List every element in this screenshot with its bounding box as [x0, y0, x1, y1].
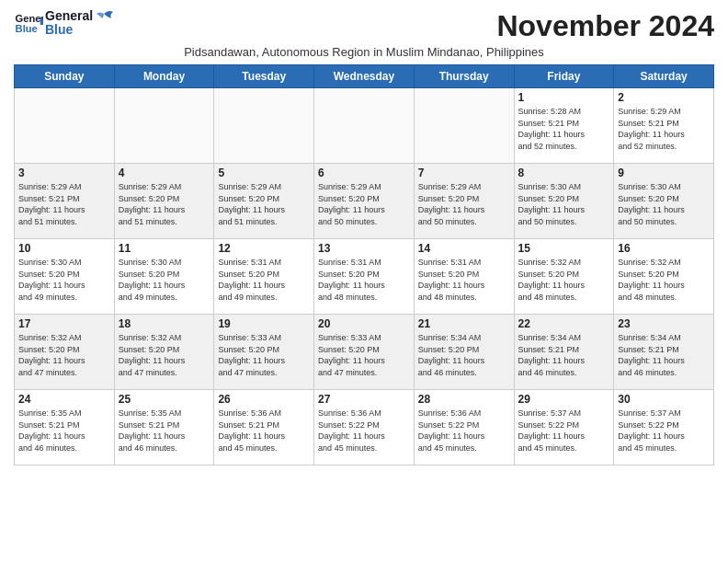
day-number: 21: [418, 317, 510, 330]
calendar-cell: 13Sunrise: 5:31 AM Sunset: 5:20 PM Dayli…: [314, 239, 415, 315]
calendar-cell: 3Sunrise: 5:29 AM Sunset: 5:21 PM Daylig…: [15, 164, 115, 239]
day-number: 9: [618, 167, 710, 179]
weekday-tuesday: Tuesday: [214, 65, 314, 88]
weekday-thursday: Thursday: [414, 65, 514, 88]
subtitle: Pidsandawan, Autonomous Region in Muslim…: [14, 45, 714, 59]
week-row-3: 10Sunrise: 5:30 AM Sunset: 5:20 PM Dayli…: [15, 239, 714, 315]
week-row-1: 1Sunrise: 5:28 AM Sunset: 5:21 PM Daylig…: [15, 88, 714, 164]
day-number: 10: [18, 242, 110, 255]
calendar-cell: 14Sunrise: 5:31 AM Sunset: 5:20 PM Dayli…: [414, 239, 514, 315]
calendar-cell: [214, 88, 314, 164]
cell-info: Sunrise: 5:29 AM Sunset: 5:20 PM Dayligh…: [119, 181, 210, 227]
day-number: 3: [18, 167, 110, 179]
cell-info: Sunrise: 5:36 AM Sunset: 5:21 PM Dayligh…: [218, 408, 310, 454]
calendar-cell: 18Sunrise: 5:32 AM Sunset: 5:20 PM Dayli…: [114, 315, 214, 390]
day-number: 23: [618, 317, 710, 330]
day-number: 6: [318, 167, 410, 179]
calendar-cell: 19Sunrise: 5:33 AM Sunset: 5:20 PM Dayli…: [214, 315, 314, 390]
calendar-cell: 29Sunrise: 5:37 AM Sunset: 5:22 PM Dayli…: [514, 390, 614, 465]
cell-info: Sunrise: 5:35 AM Sunset: 5:21 PM Dayligh…: [18, 408, 110, 454]
cell-info: Sunrise: 5:32 AM Sunset: 5:20 PM Dayligh…: [518, 257, 610, 303]
day-number: 26: [218, 393, 310, 406]
cell-info: Sunrise: 5:37 AM Sunset: 5:22 PM Dayligh…: [618, 408, 710, 454]
calendar-cell: 27Sunrise: 5:36 AM Sunset: 5:22 PM Dayli…: [314, 390, 415, 465]
day-number: 12: [218, 242, 310, 255]
day-number: 5: [218, 167, 310, 179]
day-number: 25: [119, 393, 210, 406]
logo: General Blue General Blue: [14, 9, 115, 38]
day-number: 1: [518, 91, 610, 104]
day-number: 8: [518, 167, 610, 179]
cell-info: Sunrise: 5:34 AM Sunset: 5:20 PM Dayligh…: [418, 332, 510, 378]
calendar-table: SundayMondayTuesdayWednesdayThursdayFrid…: [14, 64, 714, 465]
day-number: 13: [318, 242, 410, 255]
day-number: 7: [418, 167, 510, 179]
weekday-friday: Friday: [514, 65, 614, 88]
day-number: 27: [318, 393, 410, 406]
cell-info: Sunrise: 5:29 AM Sunset: 5:21 PM Dayligh…: [618, 106, 710, 152]
cell-info: Sunrise: 5:36 AM Sunset: 5:22 PM Dayligh…: [418, 408, 510, 454]
day-number: 11: [119, 242, 210, 255]
calendar-cell: 2Sunrise: 5:29 AM Sunset: 5:21 PM Daylig…: [614, 88, 714, 164]
logo-general: General: [45, 9, 93, 23]
cell-info: Sunrise: 5:33 AM Sunset: 5:20 PM Dayligh…: [318, 332, 410, 378]
calendar-cell: 30Sunrise: 5:37 AM Sunset: 5:22 PM Dayli…: [614, 390, 714, 465]
weekday-sunday: Sunday: [15, 65, 115, 88]
day-number: 14: [418, 242, 510, 255]
cell-info: Sunrise: 5:30 AM Sunset: 5:20 PM Dayligh…: [119, 257, 210, 303]
cell-info: Sunrise: 5:34 AM Sunset: 5:21 PM Dayligh…: [518, 332, 610, 378]
week-row-5: 24Sunrise: 5:35 AM Sunset: 5:21 PM Dayli…: [15, 390, 714, 465]
day-number: 28: [418, 393, 510, 406]
calendar-cell: 1Sunrise: 5:28 AM Sunset: 5:21 PM Daylig…: [514, 88, 614, 164]
calendar-page: General Blue General Blue November 2024 …: [0, 0, 728, 475]
calendar-cell: 28Sunrise: 5:36 AM Sunset: 5:22 PM Dayli…: [414, 390, 514, 465]
cell-info: Sunrise: 5:31 AM Sunset: 5:20 PM Dayligh…: [418, 257, 510, 303]
cell-info: Sunrise: 5:32 AM Sunset: 5:20 PM Dayligh…: [119, 332, 210, 378]
day-number: 18: [119, 317, 210, 330]
day-number: 29: [518, 393, 610, 406]
cell-info: Sunrise: 5:37 AM Sunset: 5:22 PM Dayligh…: [518, 408, 610, 454]
day-number: 22: [518, 317, 610, 330]
cell-info: Sunrise: 5:29 AM Sunset: 5:20 PM Dayligh…: [418, 181, 510, 227]
svg-text:General: General: [16, 13, 43, 24]
day-number: 15: [518, 242, 610, 255]
weekday-wednesday: Wednesday: [314, 65, 415, 88]
calendar-cell: 15Sunrise: 5:32 AM Sunset: 5:20 PM Dayli…: [514, 239, 614, 315]
day-number: 17: [18, 317, 110, 330]
calendar-cell: 21Sunrise: 5:34 AM Sunset: 5:20 PM Dayli…: [414, 315, 514, 390]
calendar-cell: 9Sunrise: 5:30 AM Sunset: 5:20 PM Daylig…: [614, 164, 714, 239]
logo-blue: Blue: [45, 23, 93, 37]
cell-info: Sunrise: 5:30 AM Sunset: 5:20 PM Dayligh…: [618, 181, 710, 227]
week-row-4: 17Sunrise: 5:32 AM Sunset: 5:20 PM Dayli…: [15, 315, 714, 390]
calendar-cell: 10Sunrise: 5:30 AM Sunset: 5:20 PM Dayli…: [15, 239, 115, 315]
calendar-cell: 20Sunrise: 5:33 AM Sunset: 5:20 PM Dayli…: [314, 315, 415, 390]
calendar-cell: 4Sunrise: 5:29 AM Sunset: 5:20 PM Daylig…: [114, 164, 214, 239]
cell-info: Sunrise: 5:29 AM Sunset: 5:21 PM Dayligh…: [18, 181, 110, 227]
calendar-cell: 7Sunrise: 5:29 AM Sunset: 5:20 PM Daylig…: [414, 164, 514, 239]
cell-info: Sunrise: 5:28 AM Sunset: 5:21 PM Dayligh…: [518, 106, 610, 152]
week-row-2: 3Sunrise: 5:29 AM Sunset: 5:21 PM Daylig…: [15, 164, 714, 239]
cell-info: Sunrise: 5:33 AM Sunset: 5:20 PM Dayligh…: [218, 332, 310, 378]
weekday-saturday: Saturday: [614, 65, 714, 88]
calendar-cell: 24Sunrise: 5:35 AM Sunset: 5:21 PM Dayli…: [15, 390, 115, 465]
calendar-cell: 12Sunrise: 5:31 AM Sunset: 5:20 PM Dayli…: [214, 239, 314, 315]
day-number: 20: [318, 317, 410, 330]
day-number: 16: [618, 242, 710, 255]
day-number: 30: [618, 393, 710, 406]
calendar-cell: [15, 88, 115, 164]
svg-text:Blue: Blue: [16, 23, 38, 34]
weekday-monday: Monday: [114, 65, 214, 88]
cell-info: Sunrise: 5:29 AM Sunset: 5:20 PM Dayligh…: [318, 181, 410, 227]
day-number: 24: [18, 393, 110, 406]
cell-info: Sunrise: 5:31 AM Sunset: 5:20 PM Dayligh…: [218, 257, 310, 303]
cell-info: Sunrise: 5:31 AM Sunset: 5:20 PM Dayligh…: [318, 257, 410, 303]
calendar-cell: 6Sunrise: 5:29 AM Sunset: 5:20 PM Daylig…: [314, 164, 415, 239]
calendar-cell: 16Sunrise: 5:32 AM Sunset: 5:20 PM Dayli…: [614, 239, 714, 315]
calendar-cell: 11Sunrise: 5:30 AM Sunset: 5:20 PM Dayli…: [114, 239, 214, 315]
cell-info: Sunrise: 5:35 AM Sunset: 5:21 PM Dayligh…: [119, 408, 210, 454]
calendar-cell: 8Sunrise: 5:30 AM Sunset: 5:20 PM Daylig…: [514, 164, 614, 239]
calendar-cell: [114, 88, 214, 164]
calendar-cell: [414, 88, 514, 164]
calendar-cell: 17Sunrise: 5:32 AM Sunset: 5:20 PM Dayli…: [15, 315, 115, 390]
logo-icon: General Blue: [14, 10, 43, 36]
